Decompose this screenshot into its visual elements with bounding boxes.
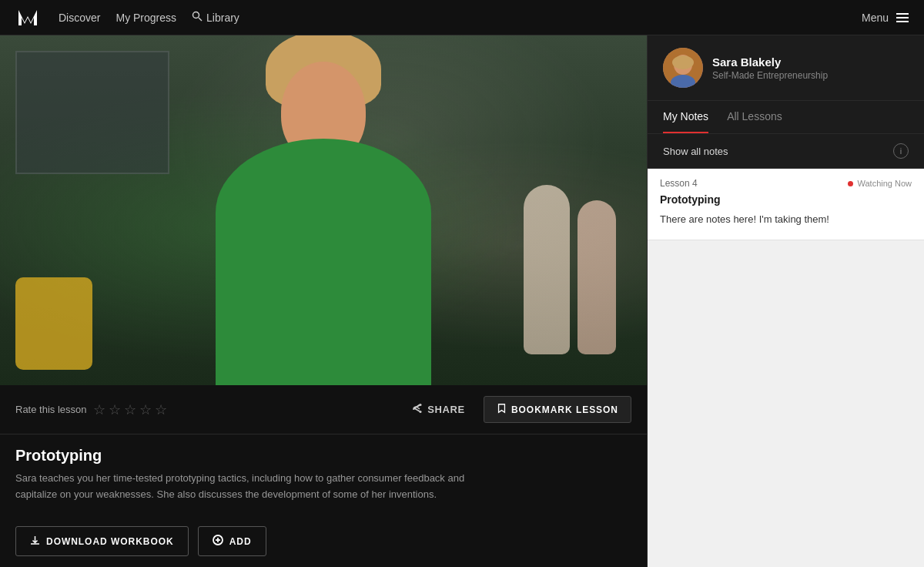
action-buttons: SHARE BOOKMARK LESSON [401, 396, 631, 423]
instructor-header: Sara Blakely Self-Made Entrepreneurship [648, 35, 924, 101]
header: Discover My Progress Library Menu [0, 0, 924, 35]
video-thumbnail [0, 35, 647, 385]
notes-content: Lesson 4 Watching Now Prototyping There … [648, 169, 924, 567]
bookmark-button[interactable]: BOOKMARK LESSON [484, 396, 631, 423]
share-button[interactable]: SHARE [401, 396, 476, 423]
menu-button[interactable]: Menu [862, 12, 909, 24]
watching-now-badge: Watching Now [848, 179, 912, 188]
hamburger-icon [896, 13, 909, 22]
note-body: There are notes here! I'm taking them! [648, 212, 924, 240]
bookmark-label: BOOKMARK LESSON [511, 404, 618, 415]
download-icon [30, 535, 40, 548]
search-icon [192, 11, 203, 24]
add-label: ADD [229, 536, 252, 547]
star-5[interactable]: ☆ [155, 401, 167, 418]
star-3[interactable]: ☆ [124, 401, 136, 418]
note-lesson-label: Lesson 4 [660, 178, 698, 189]
video-player[interactable] [0, 35, 647, 385]
avatar-image [663, 48, 703, 88]
instructor-name: Sara Blakely [712, 55, 828, 69]
nav: Discover My Progress Library [59, 11, 239, 24]
blackboard-bg [15, 51, 169, 174]
logo[interactable] [15, 7, 40, 29]
instructor-info: Sara Blakely Self-Made Entrepreneurship [712, 55, 828, 81]
plus-icon [213, 535, 223, 548]
lesson-title: Prototyping [15, 447, 631, 465]
star-2[interactable]: ☆ [109, 401, 121, 418]
add-button[interactable]: ADD [198, 526, 266, 556]
lesson-info: Prototyping Sara teaches you her time-te… [0, 434, 647, 515]
mannequin-1-bg [524, 185, 570, 354]
svg-point-13 [672, 55, 694, 69]
download-workbook-button[interactable]: DOWNLOAD WORKBOOK [15, 526, 189, 556]
lesson-actions: DOWNLOAD WORKBOOK ADD [0, 515, 647, 567]
star-4[interactable]: ☆ [139, 401, 152, 418]
tab-my-notes[interactable]: My Notes [663, 101, 708, 133]
video-controls-bar: Rate this lesson ☆ ☆ ☆ ☆ ☆ [0, 385, 647, 434]
share-label: SHARE [427, 404, 465, 415]
rate-label: Rate this lesson [15, 404, 87, 415]
nav-item-library[interactable]: Library [192, 11, 239, 24]
chair-bg [15, 277, 92, 370]
tab-all-lessons[interactable]: All Lessons [727, 101, 782, 133]
header-left: Discover My Progress Library [15, 7, 239, 29]
star-1[interactable]: ☆ [93, 401, 105, 418]
person-body [216, 139, 431, 385]
watching-now-label: Watching Now [857, 179, 912, 188]
show-all-notes-button[interactable]: Show all notes [663, 146, 728, 157]
note-card: Lesson 4 Watching Now Prototyping There … [648, 169, 924, 240]
notes-panel: Sara Blakely Self-Made Entrepreneurship … [647, 35, 924, 567]
rate-lesson: Rate this lesson ☆ ☆ ☆ ☆ ☆ [15, 401, 167, 418]
bookmark-icon [497, 403, 507, 416]
nav-item-my-progress[interactable]: My Progress [116, 11, 176, 24]
svg-line-1 [199, 18, 202, 21]
mannequin-2-bg [578, 200, 616, 354]
instructor-avatar [663, 48, 703, 88]
main-layout: Rate this lesson ☆ ☆ ☆ ☆ ☆ [0, 35, 924, 567]
menu-label: Menu [862, 12, 889, 24]
note-title: Prototyping [648, 193, 924, 212]
share-icon [412, 403, 423, 416]
notes-tabs: My Notes All Lessons [648, 101, 924, 134]
lesson-description: Sara teaches you her time-tested prototy… [15, 471, 477, 503]
video-section: Rate this lesson ☆ ☆ ☆ ☆ ☆ [0, 35, 647, 567]
svg-point-0 [193, 12, 199, 18]
download-label: DOWNLOAD WORKBOOK [46, 536, 174, 547]
watching-dot [848, 181, 853, 186]
nav-item-discover[interactable]: Discover [59, 11, 100, 24]
note-card-header: Lesson 4 Watching Now [648, 169, 924, 193]
info-icon[interactable]: i [893, 143, 909, 159]
star-rating[interactable]: ☆ ☆ ☆ ☆ ☆ [93, 401, 167, 418]
instructor-course: Self-Made Entrepreneurship [712, 70, 828, 81]
notes-toolbar: Show all notes i [648, 134, 924, 169]
